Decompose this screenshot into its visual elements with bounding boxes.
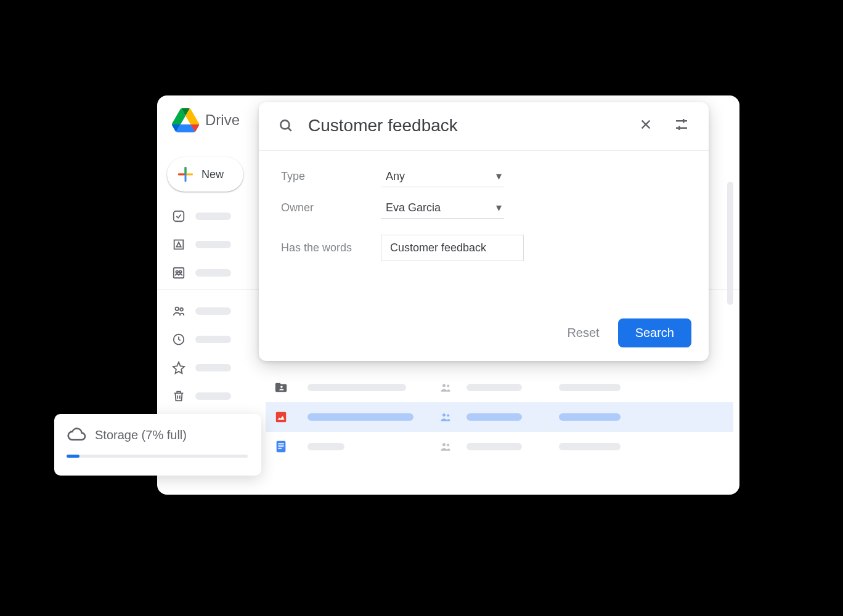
shared-icon xyxy=(431,381,460,394)
people-icon xyxy=(172,304,185,318)
nav-placeholder xyxy=(195,336,231,343)
sidebar xyxy=(157,204,266,422)
plus-icon xyxy=(177,166,194,183)
svg-point-3 xyxy=(179,270,182,273)
filter-type-value: Any xyxy=(386,170,405,183)
nav-placeholder xyxy=(195,241,231,248)
filter-words-label: Has the words xyxy=(281,241,381,254)
filter-owner-label: Owner xyxy=(281,201,381,214)
new-button[interactable]: New xyxy=(167,157,243,192)
drive-outline-icon xyxy=(172,238,185,251)
sidebar-item-shareddrives[interactable] xyxy=(165,261,258,285)
new-button-label: New xyxy=(202,168,224,181)
svg-point-16 xyxy=(442,443,446,446)
svg-point-7 xyxy=(442,384,446,387)
file-name-placeholder xyxy=(307,413,413,421)
drive-logo-icon xyxy=(172,108,199,132)
file-name-placeholder xyxy=(307,443,344,450)
reset-button[interactable]: Reset xyxy=(567,326,599,340)
sidebar-item-trash[interactable] xyxy=(165,384,258,408)
storage-card[interactable]: Storage (7% full) xyxy=(54,414,261,476)
svg-point-18 xyxy=(280,120,289,129)
filter-type-dropdown[interactable]: Any ▾ xyxy=(381,166,504,187)
file-row[interactable] xyxy=(266,373,733,402)
sidebar-item-shared[interactable] xyxy=(165,299,258,323)
sidebar-item-starred[interactable] xyxy=(165,355,258,380)
svg-rect-0 xyxy=(174,211,184,222)
shared-icon xyxy=(431,411,460,423)
search-icon xyxy=(277,117,295,134)
svg-rect-23 xyxy=(678,126,680,131)
svg-rect-21 xyxy=(676,128,687,129)
owner-placeholder xyxy=(466,413,522,421)
svg-point-17 xyxy=(447,444,449,446)
filter-words-row: Has the words Customer feedback xyxy=(281,235,686,261)
svg-rect-14 xyxy=(278,445,283,447)
svg-point-8 xyxy=(447,384,449,387)
trash-icon xyxy=(172,389,185,403)
image-file-icon xyxy=(274,410,288,424)
sidebar-item-recent[interactable] xyxy=(165,327,258,352)
search-panel: Customer feedback Type Any ▾ Owner Eva G… xyxy=(259,102,709,361)
svg-rect-9 xyxy=(276,412,287,423)
close-icon xyxy=(639,118,653,134)
search-filters: Type Any ▾ Owner Eva Garcia ▾ Has the wo… xyxy=(259,151,709,277)
filter-owner-value: Eva Garcia xyxy=(386,201,441,214)
filter-type-label: Type xyxy=(281,170,381,183)
check-square-icon xyxy=(172,209,185,223)
filter-words-input[interactable]: Customer feedback xyxy=(381,235,524,261)
shared-drives-icon xyxy=(172,266,185,280)
svg-rect-13 xyxy=(278,444,283,445)
file-name-placeholder xyxy=(307,384,406,391)
search-button[interactable]: Search xyxy=(618,318,691,347)
svg-rect-1 xyxy=(174,268,184,278)
svg-rect-15 xyxy=(278,448,282,449)
storage-progress-fill xyxy=(67,455,79,458)
tune-icon xyxy=(674,117,689,134)
nav-placeholder xyxy=(195,269,231,277)
file-row[interactable] xyxy=(266,432,733,461)
svg-point-10 xyxy=(442,413,446,416)
clear-search-button[interactable] xyxy=(635,115,657,137)
storage-progress xyxy=(67,455,248,458)
sidebar-item-priority[interactable] xyxy=(165,204,258,229)
clock-icon xyxy=(172,333,185,346)
owner-placeholder xyxy=(466,443,522,450)
docs-file-icon xyxy=(274,440,288,453)
storage-label: Storage (7% full) xyxy=(95,428,187,442)
sidebar-item-mydrive[interactable] xyxy=(165,232,258,257)
svg-point-2 xyxy=(176,270,178,273)
search-input[interactable]: Customer feedback xyxy=(308,116,621,136)
folder-shared-icon xyxy=(274,381,288,394)
files-list xyxy=(266,373,739,461)
owner-placeholder xyxy=(466,384,522,391)
filter-owner-row: Owner Eva Garcia ▾ xyxy=(281,197,686,219)
svg-point-5 xyxy=(180,308,183,311)
search-options-button[interactable] xyxy=(670,115,693,137)
nav-placeholder xyxy=(195,392,231,400)
date-placeholder xyxy=(559,413,621,421)
caret-down-icon: ▾ xyxy=(496,169,502,183)
nav-placeholder xyxy=(195,364,231,371)
app-title: Drive xyxy=(205,111,240,129)
nav-placeholder xyxy=(195,307,231,315)
star-icon xyxy=(172,361,185,375)
search-actions: Reset Search xyxy=(567,318,691,347)
scrollbar[interactable] xyxy=(727,182,733,305)
search-bar: Customer feedback xyxy=(259,102,709,151)
file-row-selected[interactable] xyxy=(266,402,733,432)
filter-type-row: Type Any ▾ xyxy=(281,166,686,187)
date-placeholder xyxy=(559,384,621,391)
filter-owner-dropdown[interactable]: Eva Garcia ▾ xyxy=(381,197,504,219)
date-placeholder xyxy=(559,443,621,450)
svg-rect-22 xyxy=(683,119,685,123)
caret-down-icon: ▾ xyxy=(496,201,502,214)
svg-point-4 xyxy=(176,307,179,311)
svg-point-11 xyxy=(447,414,449,416)
svg-rect-19 xyxy=(676,120,687,122)
shared-icon xyxy=(431,440,460,453)
cloud-icon xyxy=(67,425,86,445)
nav-placeholder xyxy=(195,213,231,220)
